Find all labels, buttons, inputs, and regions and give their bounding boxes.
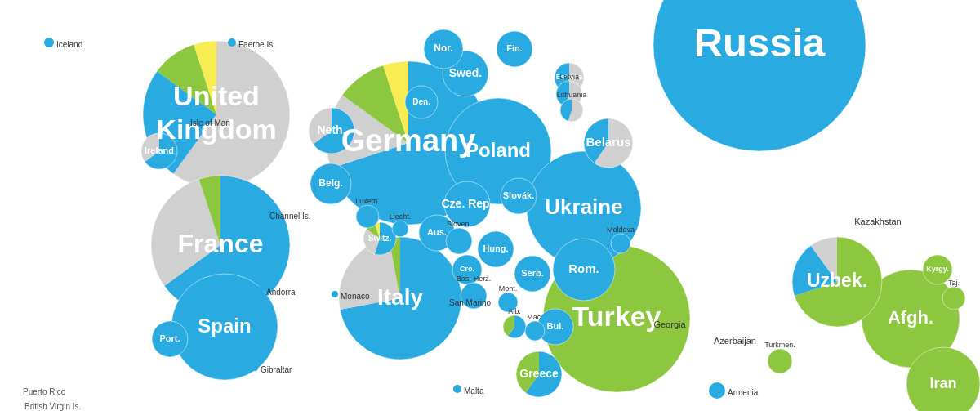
bubble-map	[0, 0, 980, 411]
